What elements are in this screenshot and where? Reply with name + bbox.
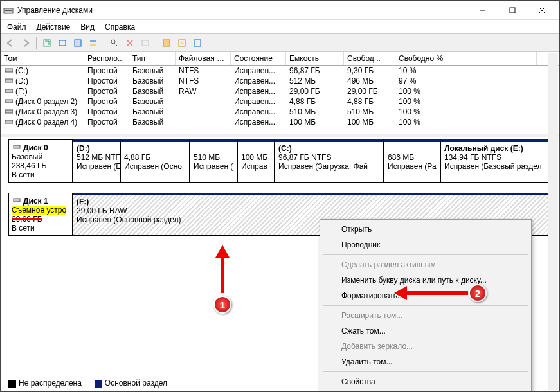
- separator: [104, 37, 104, 49]
- legend: Не распределена Основной раздел: [8, 376, 167, 390]
- svg-rect-27: [14, 199, 20, 202]
- col-layout[interactable]: Располо...: [84, 52, 129, 65]
- volume-icon: [4, 67, 14, 73]
- toolbar-btn-7[interactable]: [138, 36, 152, 50]
- svg-rect-18: [181, 42, 183, 44]
- volume-icon: [4, 108, 14, 114]
- separator: [323, 371, 528, 372]
- ctx-mirror: Добавить зеркало...: [322, 339, 529, 354]
- ctx-active: Сделать раздел активным: [322, 257, 529, 272]
- toolbar-btn-3[interactable]: [71, 36, 85, 50]
- annotation-badge-2: 2: [469, 284, 487, 302]
- partition[interactable]: 686 МБИсправен (Ра: [384, 139, 440, 183]
- table-row[interactable]: (Диск 0 раздел 2)ПростойБазовыйИсправен.…: [1, 96, 559, 107]
- menu-help[interactable]: Справка: [100, 21, 140, 33]
- window-title: Управление дисками: [17, 6, 468, 15]
- toolbar-btn-9[interactable]: [175, 36, 189, 50]
- minimize-button[interactable]: [468, 1, 498, 20]
- app-icon: [3, 5, 14, 15]
- legend-unallocated: Не распределена: [8, 379, 82, 388]
- disk-icon: [12, 196, 22, 204]
- col-pct[interactable]: Свободно %: [395, 52, 537, 65]
- volume-icon: [4, 87, 14, 94]
- refresh-button[interactable]: [40, 36, 54, 50]
- menu-view[interactable]: Вид: [75, 21, 100, 33]
- ctx-extend: Расширить том...: [322, 308, 529, 323]
- svg-rect-23: [5, 100, 13, 103]
- toolbar-btn-4[interactable]: [86, 36, 100, 50]
- toolbar-btn-8[interactable]: [159, 36, 174, 50]
- partition[interactable]: Локальный диск (E:)134,94 ГБ NTFSИсправе…: [440, 139, 550, 183]
- table-row[interactable]: (C:)ПростойБазовыйNTFSИсправен...96,87 Г…: [1, 66, 559, 76]
- ctx-open[interactable]: Открыть: [322, 222, 529, 237]
- context-menu: Открыть Проводник Сделать раздел активны…: [320, 219, 532, 392]
- disk-1-header[interactable]: Диск 1 Съемное устро 29,00 ГБ В сети: [8, 193, 73, 236]
- svg-rect-1: [5, 10, 12, 11]
- toolbar-btn-10[interactable]: [190, 36, 204, 50]
- delete-button[interactable]: [123, 36, 137, 50]
- svg-rect-20: [5, 69, 13, 72]
- svg-rect-10: [90, 44, 96, 46]
- svg-rect-9: [90, 40, 96, 42]
- toolbar-btn-2[interactable]: [55, 36, 69, 50]
- separator: [36, 37, 37, 49]
- disk-0-header[interactable]: Диск 0 Базовый 238,46 ГБ В сети: [8, 139, 73, 183]
- svg-marker-31: [394, 286, 407, 300]
- partition[interactable]: (D:)512 МБ NTFSИсправен (E: [73, 139, 120, 183]
- annotation-arrow-2: [394, 283, 471, 303]
- separator: [323, 305, 528, 306]
- menu-action[interactable]: Действие: [32, 21, 76, 33]
- svg-line-12: [114, 43, 117, 46]
- separator: [323, 254, 528, 255]
- col-free[interactable]: Свобод...: [344, 52, 395, 65]
- volume-icon: [4, 98, 14, 104]
- svg-rect-25: [5, 120, 13, 123]
- col-type[interactable]: Тип: [129, 52, 176, 65]
- legend-primary: Основной раздел: [95, 379, 167, 388]
- toolbar-btn-5[interactable]: [107, 36, 122, 50]
- svg-rect-15: [142, 40, 149, 46]
- ctx-shrink[interactable]: Сжать том...: [322, 323, 529, 339]
- svg-rect-19: [194, 40, 201, 46]
- svg-rect-24: [5, 110, 13, 113]
- vertical-scrollbar[interactable]: [548, 53, 558, 390]
- disk-icon: [12, 143, 22, 150]
- table-row[interactable]: (Диск 0 раздел 4)ПростойБазовыйИсправен.…: [1, 117, 559, 127]
- svg-rect-21: [5, 79, 13, 82]
- menu-file[interactable]: Файл: [2, 21, 32, 33]
- ctx-properties[interactable]: Свойства: [322, 374, 529, 389]
- col-capacity[interactable]: Емкость: [286, 52, 344, 65]
- svg-rect-16: [163, 40, 170, 46]
- svg-rect-7: [59, 40, 66, 46]
- col-state[interactable]: Состояние: [231, 52, 286, 65]
- svg-rect-3: [510, 8, 515, 13]
- titlebar: Управление дисками: [1, 1, 559, 20]
- disk-0-row: Диск 0 Базовый 238,46 ГБ В сети (D:)512 …: [8, 139, 552, 183]
- col-fs[interactable]: Файловая с...: [176, 52, 231, 65]
- volume-icon: [4, 77, 14, 84]
- volume-list: Том Располо... Тип Файловая с... Состоян…: [1, 52, 559, 137]
- svg-rect-26: [14, 145, 20, 148]
- table-row[interactable]: (F:)ПростойБазовыйRAWИсправен...29,00 ГБ…: [1, 86, 559, 96]
- partition[interactable]: 4,88 ГБИсправен (Осно: [120, 139, 190, 183]
- partition[interactable]: 100 МБИсправ: [237, 139, 275, 183]
- table-row[interactable]: (Диск 0 раздел 3)ПростойБазовыйИсправен.…: [1, 107, 559, 117]
- ctx-delete[interactable]: Удалить том...: [322, 354, 529, 370]
- annotation-arrow-1: [213, 245, 232, 296]
- menubar: Файл Действие Вид Справка: [1, 20, 559, 34]
- volume-icon: [4, 118, 14, 125]
- back-button[interactable]: [3, 36, 17, 50]
- partition[interactable]: (C:)96,87 ГБ NTFSИсправен (Загрузка, Фай: [275, 139, 384, 183]
- svg-rect-22: [5, 89, 13, 93]
- svg-marker-29: [215, 245, 230, 258]
- forward-button[interactable]: [19, 36, 33, 50]
- table-row[interactable]: (D:)ПростойБазовыйNTFSИсправен...512 МБ4…: [1, 76, 559, 86]
- ctx-explorer[interactable]: Проводник: [322, 237, 529, 253]
- close-button[interactable]: [527, 1, 557, 20]
- toolbar: [1, 34, 559, 52]
- partition[interactable]: 510 МБИсправен (: [190, 139, 237, 183]
- annotation-badge-1: 1: [213, 296, 231, 314]
- svg-rect-8: [75, 40, 81, 46]
- col-volume[interactable]: Том: [1, 52, 84, 65]
- maximize-button[interactable]: [498, 1, 527, 20]
